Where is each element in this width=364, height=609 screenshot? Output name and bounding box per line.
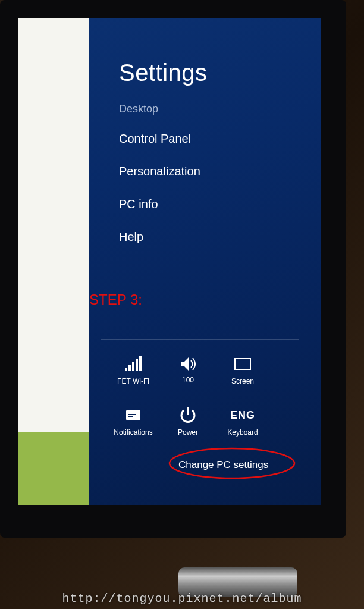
svg-rect-7 xyxy=(128,414,136,415)
wifi-signal-icon xyxy=(123,353,144,375)
network-label: FET Wi-Fi xyxy=(117,377,149,385)
notifications-tile[interactable]: Notifications xyxy=(107,402,159,450)
change-pc-settings-link[interactable]: Change PC settings xyxy=(178,459,268,471)
settings-title: Settings xyxy=(119,59,321,86)
screen-icon xyxy=(232,353,253,375)
notifications-icon xyxy=(123,404,144,426)
keyboard-lang-icon: ENG xyxy=(232,404,253,426)
svg-rect-2 xyxy=(132,362,134,371)
menu-item-personalization[interactable]: Personalization xyxy=(119,165,321,178)
quick-settings-grid: FET Wi-Fi 100 Screen Notificatio xyxy=(107,351,269,450)
power-icon xyxy=(177,404,199,426)
svg-rect-1 xyxy=(128,365,131,371)
screen-tile[interactable]: Screen xyxy=(216,351,269,398)
divider xyxy=(101,339,299,340)
keyboard-label: Keyboard xyxy=(227,428,258,437)
speaker-icon xyxy=(177,353,199,375)
power-label: Power xyxy=(178,428,198,437)
keyboard-tile[interactable]: ENG Keyboard xyxy=(216,402,269,450)
settings-subtitle: Desktop xyxy=(119,103,321,115)
svg-rect-3 xyxy=(136,359,138,371)
volume-value: 100 xyxy=(182,376,194,384)
svg-rect-4 xyxy=(139,356,142,371)
keyboard-lang-text: ENG xyxy=(230,409,255,422)
svg-rect-0 xyxy=(125,368,127,371)
power-tile[interactable]: Power xyxy=(162,402,214,450)
watermark: http://tongyou.pixnet.net/album xyxy=(0,592,364,605)
volume-tile[interactable]: 100 xyxy=(162,351,214,398)
menu-item-control-panel[interactable]: Control Panel xyxy=(119,132,321,146)
notifications-label: Notifications xyxy=(114,428,152,437)
menu-item-pc-info[interactable]: PC info xyxy=(119,197,321,211)
network-tile[interactable]: FET Wi-Fi xyxy=(107,351,159,398)
screen-label: Screen xyxy=(231,377,254,385)
desktop-background-strip xyxy=(18,18,89,505)
menu-item-help[interactable]: Help xyxy=(119,230,321,244)
svg-rect-8 xyxy=(128,416,133,417)
svg-rect-5 xyxy=(235,359,250,369)
